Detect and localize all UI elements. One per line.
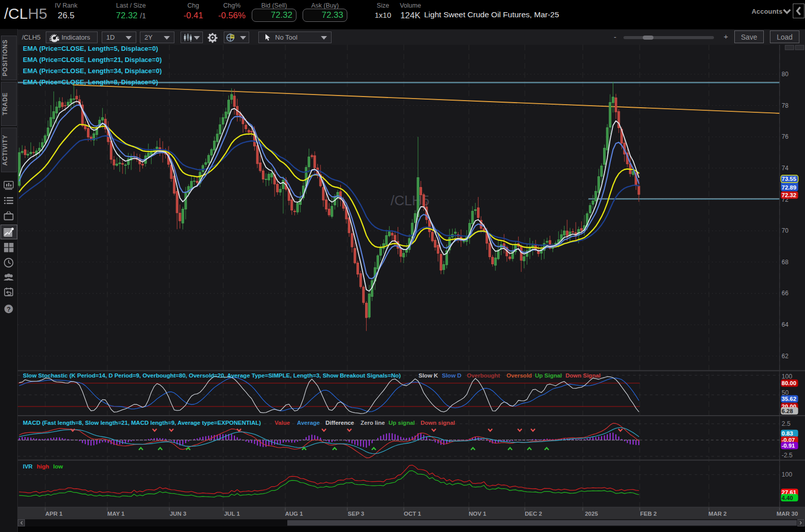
svg-text:74: 74 <box>782 165 789 172</box>
svg-text:35.62: 35.62 <box>782 396 796 402</box>
svg-text:FEB 2: FEB 2 <box>640 511 657 517</box>
svg-text:76: 76 <box>782 133 789 140</box>
svg-text:2025: 2025 <box>585 511 598 517</box>
svg-text:Slow Stochastic (K Period=14,: Slow Stochastic (K Period=14, D Period=9… <box>23 372 601 379</box>
svg-text:78: 78 <box>782 102 789 109</box>
svg-text:MAR 30: MAR 30 <box>777 511 798 517</box>
svg-text:62: 62 <box>782 353 789 360</box>
svg-text:JUN 3: JUN 3 <box>170 511 187 517</box>
svg-text:100: 100 <box>782 471 792 478</box>
svg-text:-2.5: -2.5 <box>782 452 793 459</box>
svg-text:MAR 2: MAR 2 <box>708 511 727 517</box>
svg-text:6.28: 6.28 <box>782 408 793 414</box>
svg-text:100: 100 <box>782 373 792 380</box>
svg-text:66: 66 <box>782 290 789 297</box>
svg-text:72.89: 72.89 <box>782 184 796 191</box>
svg-text:SEP 3: SEP 3 <box>348 511 364 517</box>
svg-text:AUG 1: AUG 1 <box>285 511 303 517</box>
svg-text:-0.91: -0.91 <box>782 443 795 449</box>
svg-text:NOV 1: NOV 1 <box>469 511 487 517</box>
svg-text:?: ? <box>7 306 11 313</box>
svg-text:80: 80 <box>782 71 789 78</box>
svg-text:MAY 1: MAY 1 <box>107 511 125 517</box>
svg-text:80.00: 80.00 <box>782 380 796 386</box>
svg-text:73.55: 73.55 <box>782 176 796 182</box>
svg-text:2.5: 2.5 <box>782 420 790 427</box>
svg-text:70: 70 <box>782 227 789 234</box>
svg-text:68: 68 <box>782 259 789 266</box>
svg-text:MACD (Fast length=8, Slow leng: MACD (Fast length=8, Slow length=21, MAC… <box>23 420 455 426</box>
svg-text:APR 1: APR 1 <box>45 511 63 517</box>
svg-text:IVRhighlow: IVRhighlow <box>23 463 63 470</box>
svg-text:JUL 1: JUL 1 <box>224 511 240 517</box>
svg-text:OCT 1: OCT 1 <box>404 511 421 517</box>
svg-text:4.40: 4.40 <box>782 495 793 501</box>
svg-text:72.32: 72.32 <box>782 192 796 198</box>
svg-text:0.83: 0.83 <box>782 430 793 436</box>
svg-text:64: 64 <box>782 321 789 328</box>
svg-text:DEC 2: DEC 2 <box>525 511 542 517</box>
